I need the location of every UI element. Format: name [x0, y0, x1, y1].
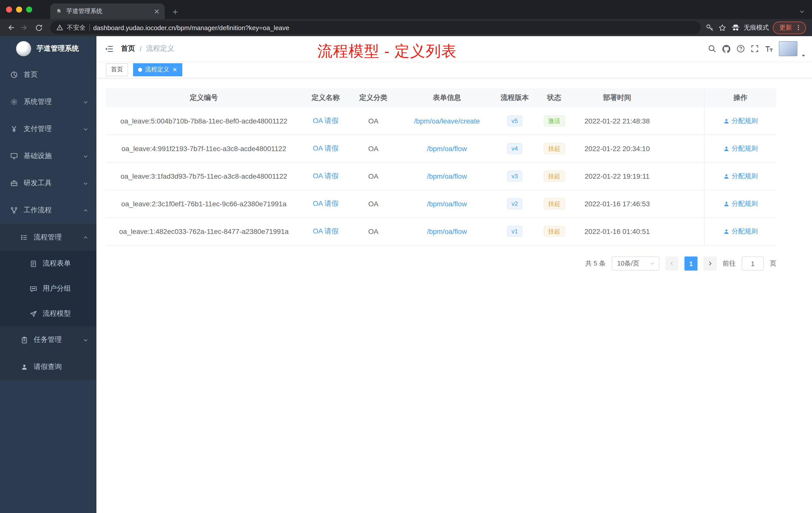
definition-name-link[interactable]: OA 请假 — [313, 199, 339, 208]
version-badge: v4 — [507, 143, 522, 154]
minimize-window-button[interactable] — [16, 6, 22, 12]
chevron-down-icon — [83, 337, 88, 342]
maximize-window-button[interactable] — [26, 6, 32, 12]
definition-table: 定义编号 定义名称 定义分类 表单信息 流程版本 状态 部署时间 操作 oa_l… — [106, 88, 776, 245]
definition-id: oa_leave:4:991f2193-7b7f-11ec-a3c8-acde4… — [106, 135, 302, 162]
header-deploy-time: 部署时间 — [576, 88, 659, 108]
tag-process-definition[interactable]: 流程定义 ✕ — [133, 63, 182, 76]
form-info-link[interactable]: /bpm/oa/flow — [427, 200, 467, 208]
assign-rule-label: 分配规则 — [732, 227, 758, 236]
assign-rule-label: 分配规则 — [732, 117, 758, 125]
filler-cell — [659, 135, 704, 162]
assign-rule-link[interactable]: 分配规则 — [723, 172, 758, 181]
update-label: 更新 — [779, 23, 792, 32]
form-info-link[interactable]: /bpm/oa/flow — [427, 228, 467, 235]
total-count: 共 5 条 — [585, 259, 606, 268]
clipboard-icon — [20, 336, 28, 344]
status-badge: 挂起 — [544, 143, 565, 154]
font-size-icon[interactable] — [764, 44, 774, 54]
goto-page-input[interactable] — [742, 256, 764, 271]
assign-rule-link[interactable]: 分配规则 — [723, 117, 758, 125]
sidebar-item-process-management[interactable]: 流程管理 — [0, 224, 96, 251]
incognito-indicator: 无痕模式 — [731, 23, 769, 33]
sidebar-item-label: 基础设施 — [24, 152, 52, 161]
header-version: 流程版本 — [497, 88, 533, 108]
page-size-select[interactable]: 10条/页 — [612, 256, 659, 271]
sidebar-item-user-group[interactable]: 用户分组 — [0, 276, 96, 301]
fullscreen-icon[interactable] — [750, 44, 759, 53]
breadcrumb-current: 流程定义 — [146, 44, 174, 53]
sidebar-item-process-model[interactable]: 流程模型 — [0, 301, 96, 326]
sidebar-item-label: 用户分组 — [43, 284, 71, 293]
deploy-time: 2022-01-22 20:34:10 — [576, 135, 659, 162]
sidebar-item-label: 请假查询 — [34, 362, 62, 371]
bookmark-star-icon[interactable] — [718, 23, 727, 32]
sidebar-item-home[interactable]: 首页 — [0, 61, 96, 88]
dashboard-icon — [10, 71, 18, 79]
browser-tab[interactable]: 芋道管理系统 ✕ — [50, 3, 165, 19]
close-window-button[interactable] — [6, 6, 12, 12]
help-icon[interactable] — [736, 44, 745, 53]
prev-page-button[interactable] — [665, 256, 678, 271]
chat-group-icon — [29, 284, 37, 293]
back-button[interactable] — [4, 21, 17, 34]
security-warning-icon[interactable] — [56, 24, 63, 31]
assign-rule-link[interactable]: 分配规则 — [723, 144, 758, 153]
address-bar[interactable]: 不安全 dashboard.yudao.iocoder.cn/bpm/manag… — [50, 21, 700, 34]
page-number-button[interactable]: 1 — [685, 256, 697, 271]
definition-name-link[interactable]: OA 请假 — [313, 172, 339, 181]
sidebar-item-infrastructure[interactable]: 基础设施 — [0, 143, 96, 170]
definition-name-link[interactable]: OA 请假 — [313, 144, 339, 153]
person-icon — [723, 228, 730, 235]
sidebar-item-task-management[interactable]: 任务管理 — [0, 326, 96, 353]
tab-search-chevron-icon[interactable] — [799, 8, 805, 14]
avatar-caret-icon[interactable] — [801, 53, 806, 58]
sidebar-item-payment[interactable]: 支付管理 — [0, 116, 96, 143]
definition-name-link[interactable]: OA 请假 — [313, 117, 339, 125]
breadcrumb-home[interactable]: 首页 — [121, 44, 135, 53]
user-avatar[interactable] — [779, 41, 798, 56]
browser-update-button[interactable]: 更新 — [773, 21, 806, 34]
reload-button[interactable] — [32, 21, 45, 34]
sidebar-item-system[interactable]: 系统管理 — [0, 88, 96, 116]
person-icon — [723, 145, 730, 152]
definition-id: oa_leave:3:1fad3d93-7b75-11ec-a3c8-acde4… — [106, 163, 302, 190]
sidebar-logo[interactable]: 芋道管理系统 — [0, 36, 96, 61]
sidebar-toggle-icon[interactable] — [96, 44, 121, 54]
security-label: 不安全 — [67, 23, 86, 32]
definition-category: OA — [349, 163, 397, 190]
filler-cell — [659, 163, 704, 190]
sidebar-item-leave-query[interactable]: 请假查询 — [0, 353, 96, 381]
sidebar-item-process-form[interactable]: 流程表单 — [0, 251, 96, 276]
form-info-link[interactable]: /bpm/oa/flow — [427, 172, 467, 180]
definition-category: OA — [349, 190, 397, 217]
header-definition-id: 定义编号 — [106, 88, 302, 108]
sidebar-item-workflow[interactable]: 工作流程 — [0, 197, 96, 224]
form-info-link[interactable]: /bpm/oa/leave/create — [414, 117, 480, 125]
assign-rule-link[interactable]: 分配规则 — [723, 227, 758, 236]
password-key-icon[interactable] — [705, 23, 714, 32]
chevron-up-icon — [83, 208, 88, 213]
person-icon — [20, 363, 28, 371]
definition-id: oa_leave:2:3c1f0ef1-76b1-11ec-9c66-a2380… — [106, 190, 302, 217]
search-icon[interactable] — [707, 44, 717, 53]
new-tab-button[interactable] — [172, 8, 179, 16]
github-icon[interactable] — [722, 44, 731, 54]
table-row: oa_leave:5:004b710b-7b8a-11ec-8ef0-acde4… — [106, 108, 776, 135]
version-badge: v1 — [507, 226, 522, 237]
sidebar: 芋道管理系统 首页 系统管理 支付管理 基础设施 — [0, 36, 96, 513]
navbar-actions — [707, 36, 806, 61]
form-info-link[interactable]: /bpm/oa/flow — [427, 145, 467, 153]
page-unit-label: 页 — [770, 259, 776, 268]
forward-button[interactable] — [18, 21, 31, 34]
tags-view: 首页 流程定义 ✕ — [96, 61, 812, 78]
assign-rule-link[interactable]: 分配规则 — [723, 199, 758, 208]
next-page-button[interactable] — [703, 256, 717, 271]
tag-close-icon[interactable]: ✕ — [172, 66, 177, 72]
sidebar-item-dev-tools[interactable]: 研发工具 — [0, 170, 96, 197]
assign-rule-label: 分配规则 — [732, 199, 758, 208]
tag-home[interactable]: 首页 — [106, 63, 128, 76]
definition-name-link[interactable]: OA 请假 — [313, 227, 339, 236]
breadcrumb: 首页 / 流程定义 — [121, 44, 174, 53]
tab-close-icon[interactable]: ✕ — [154, 8, 160, 15]
